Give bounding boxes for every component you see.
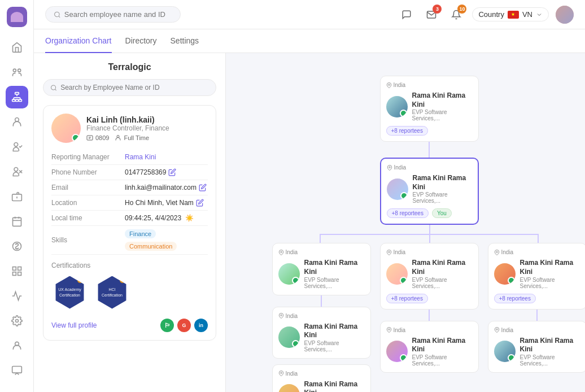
- social-linkedin-icon[interactable]: in: [194, 319, 208, 332]
- employee-name: Kai Linh (linh.kaii): [86, 115, 169, 124]
- notifications-button[interactable]: 10: [447, 6, 465, 24]
- svg-rect-2: [15, 93, 19, 94]
- sidebar-item-briefcase[interactable]: [6, 185, 28, 208]
- child1-footer: +8 reportees: [386, 294, 473, 303]
- bottom1-loc-icon: [386, 327, 392, 333]
- person-icon: [115, 134, 121, 141]
- svg-rect-3: [12, 99, 15, 101]
- svg-point-25: [55, 12, 60, 17]
- svg-point-33: [388, 84, 390, 85]
- chevron-down-icon: [536, 11, 543, 18]
- bottom1-body: Rama Kini Rama Kini EVP Software Service…: [386, 337, 473, 367]
- bottom3-loc-icon: [278, 371, 284, 376]
- org-node-bottom-1[interactable]: India Rama Kini Rama Kini EVP Software S…: [380, 321, 479, 373]
- org-node-selected[interactable]: India Rama Kini Rama Kini EVP Software S…: [380, 158, 479, 225]
- bottom3-body: Rama Kini Rama Kini EVP Software Service…: [278, 380, 365, 392]
- cert-badge-1[interactable]: HCI Certification: [94, 274, 130, 311]
- search-input[interactable]: [64, 10, 172, 19]
- messages-button[interactable]: 3: [422, 6, 440, 24]
- org-node-child-2[interactable]: India Rama Kini Rama Kini EVP Software S…: [488, 243, 586, 309]
- employee-meta: 0809 Full Time: [86, 134, 169, 141]
- org-node-bottom-2[interactable]: India Rama Kini Rama Kini EVP Software S…: [488, 321, 586, 373]
- selected-location: India: [387, 164, 472, 171]
- org-node-child-0[interactable]: India Rama Kini Rama Kini EVP Software S…: [272, 243, 371, 295]
- bottom2-sub: EVP Software Services,...: [520, 354, 580, 367]
- tab-org-chart[interactable]: Organization Chart: [45, 29, 112, 53]
- svg-point-39: [388, 329, 390, 330]
- selected-reportees[interactable]: +8 reportees: [387, 208, 429, 218]
- child0-location: India: [278, 249, 365, 255]
- root-footer: +8 reportees: [386, 126, 473, 136]
- bottom0-name: Rama Kini Rama Kini: [304, 323, 365, 340]
- info-skills: Skills Finance Communication: [51, 226, 208, 255]
- tabs: Organization Chart Directory Settings: [34, 29, 585, 53]
- svg-point-6: [15, 118, 19, 122]
- topbar: 3 10 Country VN: [34, 0, 585, 29]
- sidebar-item-person-check[interactable]: [6, 136, 28, 158]
- bottom3-location: India: [278, 371, 365, 377]
- app-logo[interactable]: [7, 7, 27, 27]
- svg-point-0: [18, 69, 20, 72]
- selected-level: India Rama Kini Rama Kini EVP Software S…: [248, 158, 585, 225]
- org-node-bottom-0[interactable]: India Rama Kini Rama Kini EVP Software S…: [272, 307, 371, 359]
- org-node-child-1[interactable]: India Rama Kini Rama Kini EVP Software S…: [380, 243, 479, 309]
- social-gmail-icon[interactable]: G: [177, 319, 191, 332]
- sidebar-item-home[interactable]: [6, 36, 28, 59]
- reporting-label: Reporting Manager: [51, 153, 125, 161]
- cert-badge-0[interactable]: UX Academy Certification: [51, 274, 88, 311]
- svg-point-35: [280, 251, 282, 253]
- child-col-1: India Rama Kini Rama Kini EVP Software S…: [380, 243, 479, 392]
- employee-search-input[interactable]: [60, 84, 209, 92]
- edit-icon[interactable]: [168, 168, 176, 176]
- vert-line-1: [429, 142, 430, 158]
- root-reportees[interactable]: +8 reportees: [386, 126, 428, 136]
- skill-communication[interactable]: Communication: [125, 242, 177, 251]
- localtime-label: Local time: [51, 214, 125, 222]
- v-down: [429, 225, 430, 234]
- bottom3-name: Rama Kini Rama Kini: [304, 380, 365, 392]
- sidebar-item-settings[interactable]: [6, 310, 28, 332]
- org-node-root[interactable]: India Rama Kini Rama Kini EVP Software S…: [380, 76, 479, 142]
- chat-button[interactable]: [398, 6, 416, 24]
- org-node-bottom-3[interactable]: India Rama Kini Rama Kini EVP Software S…: [272, 364, 371, 392]
- employee-search[interactable]: [43, 79, 216, 96]
- social-flag-icon[interactable]: 🏳: [160, 319, 174, 332]
- email-edit-icon[interactable]: [199, 184, 207, 191]
- child2-footer: +8 reportees: [494, 294, 580, 303]
- root-avatar: [386, 96, 408, 117]
- sidebar-item-chart[interactable]: [6, 285, 28, 307]
- svg-point-37: [280, 372, 282, 374]
- tab-settings[interactable]: Settings: [171, 29, 199, 53]
- sidebar-item-grid[interactable]: [6, 260, 28, 282]
- child2-reportees[interactable]: +8 reportees: [494, 294, 536, 303]
- svg-rect-18: [12, 267, 16, 271]
- sidebar-item-calendar[interactable]: [6, 210, 28, 233]
- localtime-value: 09:44:25, 4/4/2023 ☀️: [125, 214, 208, 222]
- employee-title: Finance Controller, Finance: [86, 124, 169, 132]
- notifications-badge: 10: [457, 5, 466, 14]
- type-value: Full Time: [124, 134, 149, 141]
- child-col-2: India Rama Kini Rama Kini EVP Software S…: [488, 243, 586, 392]
- skill-finance[interactable]: Finance: [125, 229, 156, 238]
- sidebar-item-monitor[interactable]: [6, 359, 28, 382]
- child1-avatar: [386, 263, 408, 285]
- svg-rect-29: [87, 136, 93, 140]
- sidebar-item-user[interactable]: [6, 334, 28, 357]
- sidebar-item-person[interactable]: [6, 111, 28, 133]
- svg-point-22: [15, 320, 18, 323]
- country-selector[interactable]: Country VN: [472, 7, 549, 21]
- hex-text-0: UX Academy Certification: [56, 285, 83, 299]
- child1-reportees[interactable]: +8 reportees: [386, 294, 428, 303]
- user-avatar-top[interactable]: [556, 6, 574, 24]
- sidebar-item-person-x[interactable]: [6, 160, 28, 183]
- sidebar-item-org[interactable]: [6, 86, 28, 108]
- tab-directory[interactable]: Directory: [125, 29, 157, 53]
- location-edit-icon[interactable]: [196, 199, 204, 207]
- panel-search-icon: [50, 84, 57, 92]
- svg-line-26: [59, 16, 60, 17]
- view-profile-link[interactable]: View full profile: [51, 321, 97, 329]
- reporting-value[interactable]: Rama Kini: [125, 153, 208, 161]
- sidebar-item-team[interactable]: [6, 61, 28, 84]
- global-search[interactable]: [45, 6, 181, 23]
- sidebar-item-dollar[interactable]: [6, 235, 28, 258]
